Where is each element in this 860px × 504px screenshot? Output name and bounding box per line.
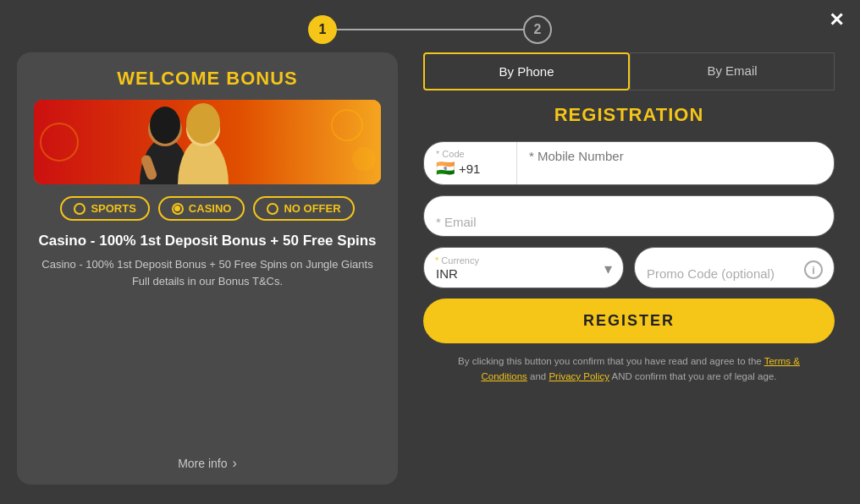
email-row: [423, 195, 835, 237]
step-1-circle[interactable]: 1: [308, 15, 337, 44]
bonus-title: Casino - 100% 1st Deposit Bonus + 50 Fre…: [38, 233, 376, 249]
mobile-number-input[interactable]: [529, 149, 822, 163]
tab-no-offer[interactable]: NO OFFER: [253, 196, 354, 221]
step-indicator: 1 2: [0, 0, 860, 52]
phone-input-row: * Code 🇮🇳 +91: [423, 141, 835, 185]
promo-group: i: [634, 247, 835, 288]
phone-code-value: +91: [459, 162, 480, 176]
tab-casino[interactable]: CASINO: [158, 196, 245, 221]
step-line: [337, 29, 523, 30]
registration-title: REGISTRATION: [423, 104, 835, 126]
more-info-arrow-icon: ›: [233, 456, 237, 471]
terms-text: By clicking this button you confirm that…: [423, 353, 835, 385]
country-code-section[interactable]: * Code 🇮🇳 +91: [424, 142, 517, 184]
currency-select[interactable]: INR USD EUR: [423, 247, 624, 288]
mobile-number-section: [517, 142, 834, 184]
svg-point-8: [150, 107, 180, 144]
register-button[interactable]: REGISTER: [423, 299, 835, 343]
svg-point-3: [352, 147, 376, 171]
bonus-banner: [34, 100, 381, 184]
right-panel: By Phone By Email REGISTRATION * Code 🇮🇳…: [415, 52, 843, 485]
currency-group: * Currency INR USD EUR ▾: [423, 247, 624, 288]
email-group: [423, 195, 835, 237]
left-panel: WELCOME BONUS: [17, 52, 398, 485]
offer-tabs: SPORTS CASINO NO OFFER: [60, 196, 354, 221]
svg-point-9: [186, 103, 220, 144]
close-button[interactable]: ✕: [823, 7, 850, 34]
registration-tabs: By Phone By Email: [423, 52, 835, 90]
tab-sports[interactable]: SPORTS: [60, 196, 149, 221]
more-info-link[interactable]: More info ›: [178, 456, 237, 471]
tab-by-email[interactable]: By Email: [630, 52, 835, 90]
terms-link[interactable]: Terms & Conditions: [481, 356, 799, 381]
code-label: * Code: [436, 149, 504, 159]
bonus-description: Casino - 100% 1st Deposit Bonus + 50 Fre…: [41, 256, 372, 289]
step-2-circle[interactable]: 2: [523, 15, 552, 44]
email-input[interactable]: [423, 195, 835, 237]
welcome-bonus-title: WELCOME BONUS: [117, 68, 297, 90]
currency-promo-row: * Currency INR USD EUR ▾ i: [423, 247, 835, 288]
flag-icon: 🇮🇳: [436, 159, 455, 178]
privacy-link[interactable]: Privacy Policy: [549, 371, 609, 381]
tab-by-phone[interactable]: By Phone: [423, 52, 630, 90]
promo-code-input[interactable]: [634, 247, 835, 288]
